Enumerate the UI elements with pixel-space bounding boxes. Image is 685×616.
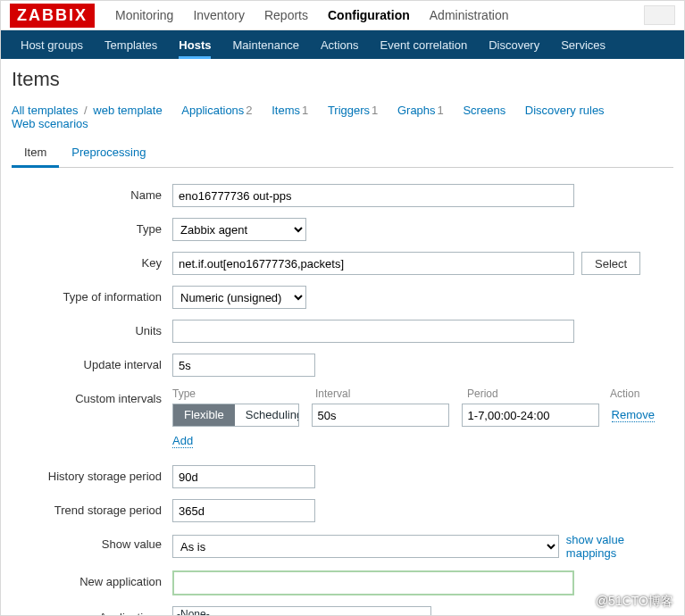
subnav-actions[interactable]: Actions: [321, 31, 359, 59]
update-interval-input[interactable]: [172, 354, 315, 377]
bc-web-scenarios[interactable]: Web scenarios: [12, 117, 88, 130]
new-application-input[interactable]: [172, 570, 574, 595]
bc-applications[interactable]: Applications: [181, 104, 244, 117]
show-value-select[interactable]: As is: [172, 535, 559, 558]
history-label: History storage period: [12, 465, 172, 483]
units-input[interactable]: [172, 320, 574, 343]
show-value-label: Show value: [12, 533, 172, 551]
page-title: Items: [12, 68, 673, 91]
logo: ZABBIX: [10, 4, 95, 28]
applications-label: Applications: [12, 606, 172, 616]
units-label: Units: [12, 320, 172, 337]
bc-discovery-rules[interactable]: Discovery rules: [525, 104, 605, 117]
ci-header-period: Period: [467, 387, 610, 400]
ci-period-input[interactable]: [462, 404, 599, 427]
trend-label: Trend storage period: [12, 499, 172, 517]
watermark: @51CTO博客: [596, 594, 673, 610]
history-input[interactable]: [172, 465, 315, 488]
type-select[interactable]: Zabbix agent: [172, 218, 306, 241]
bc-screens[interactable]: Screens: [463, 104, 505, 117]
subnav-services[interactable]: Services: [561, 31, 606, 59]
type-label: Type: [12, 218, 172, 236]
ci-toggle-flexible[interactable]: Flexible: [173, 404, 235, 426]
ci-add-link[interactable]: Add: [172, 434, 193, 448]
item-form: Name Type Zabbix agent Key Select Type o…: [12, 168, 673, 616]
subnav-maintenance[interactable]: Maintenance: [232, 31, 298, 59]
topnav-monitoring[interactable]: Monitoring: [115, 8, 173, 22]
tab-item[interactable]: Item: [12, 139, 59, 168]
subnav-event-correlation[interactable]: Event correlation: [380, 31, 468, 59]
ci-header-interval: Interval: [315, 387, 467, 400]
subnav-hosts[interactable]: Hosts: [179, 31, 211, 59]
tab-preprocessing[interactable]: Preprocessing: [59, 139, 158, 167]
form-tabs: Item Preprocessing: [12, 139, 673, 168]
ci-interval-input[interactable]: [312, 404, 449, 427]
search-input[interactable]: [644, 5, 675, 25]
bc-template-name[interactable]: web template: [93, 104, 162, 117]
bc-items[interactable]: Items: [271, 104, 300, 117]
ci-toggle-scheduling[interactable]: Scheduling: [235, 404, 299, 426]
ci-header-type: Type: [172, 387, 315, 400]
topnav-reports[interactable]: Reports: [264, 8, 308, 22]
info-select[interactable]: Numeric (unsigned): [172, 286, 306, 309]
ci-header-action: Action: [610, 387, 655, 400]
key-label: Key: [12, 252, 172, 270]
subnav-discovery[interactable]: Discovery: [489, 31, 539, 59]
info-label: Type of information: [12, 286, 172, 304]
bc-graphs[interactable]: Graphs: [397, 104, 436, 117]
subnav-templates[interactable]: Templates: [104, 31, 157, 59]
new-application-label: New application: [12, 570, 172, 588]
custom-intervals-label: Custom intervals: [12, 387, 172, 405]
topnav-inventory[interactable]: Inventory: [193, 8, 245, 22]
update-interval-label: Update interval: [12, 354, 172, 371]
name-input[interactable]: [172, 184, 574, 207]
ci-type-toggle[interactable]: Flexible Scheduling: [172, 404, 299, 427]
trend-input[interactable]: [172, 499, 315, 522]
name-label: Name: [12, 184, 172, 202]
show-value-mappings-link[interactable]: show value mappings: [566, 533, 673, 560]
topnav-administration[interactable]: Administration: [430, 8, 509, 22]
bc-triggers[interactable]: Triggers: [328, 104, 370, 117]
sub-nav: Host groups Templates Hosts Maintenance …: [1, 30, 684, 59]
key-input[interactable]: [172, 252, 574, 275]
bc-all-templates[interactable]: All templates: [12, 104, 78, 117]
breadcrumb: All templates / web template Application…: [12, 104, 673, 130]
ci-remove-link[interactable]: Remove: [612, 408, 655, 422]
select-key-button[interactable]: Select: [581, 252, 640, 275]
applications-listbox[interactable]: -None- cpu stats traffic stats: [172, 606, 431, 616]
top-nav: ZABBIX Monitoring Inventory Reports Conf…: [1, 1, 684, 30]
app-item-none[interactable]: -None-: [173, 607, 430, 616]
topnav-configuration[interactable]: Configuration: [328, 8, 410, 22]
subnav-host-groups[interactable]: Host groups: [21, 31, 83, 59]
